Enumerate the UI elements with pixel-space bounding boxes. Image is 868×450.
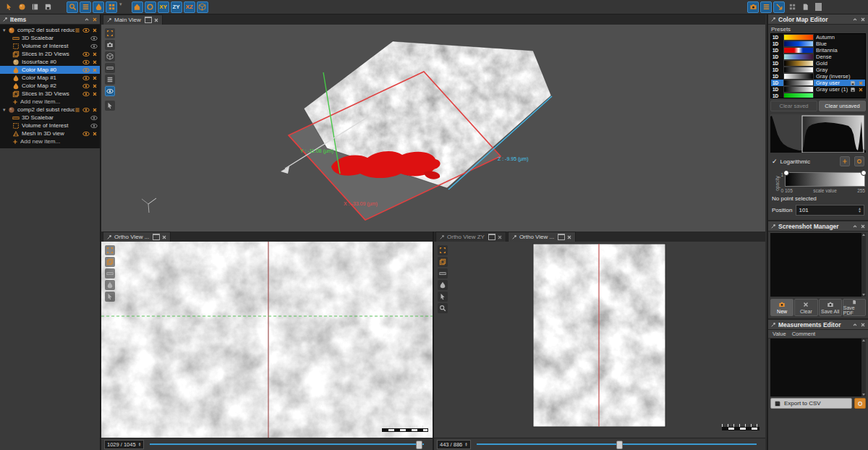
dataset-icon[interactable] [16,1,27,13]
blank-panel-icon[interactable] [812,1,824,13]
close-icon[interactable] [566,234,572,240]
spinner-arrows-icon[interactable]: ▲▼ [858,208,861,213]
control-point[interactable] [783,170,789,176]
dropdown-caret-icon[interactable]: ▾ [119,1,122,13]
view-cube-button[interactable] [197,1,208,13]
save-pdf-button[interactable]: Save PDF [843,299,866,316]
tree-item[interactable]: 3D Scalebar [0,34,100,42]
spinner-arrows-icon[interactable]: ▲▼ [464,442,467,446]
pointer-tool-icon[interactable] [3,1,14,13]
slice-slider[interactable] [150,443,424,445]
preset-row[interactable]: 1D Gray [771,67,865,73]
float-window-icon[interactable] [153,234,160,240]
tree-item[interactable]: Volume of Interest [0,122,100,130]
menu-icon[interactable] [75,107,80,113]
save-preset-icon[interactable] [850,87,856,93]
caret-down-icon[interactable]: ▾ [3,107,8,113]
pin-icon[interactable] [106,234,112,240]
collapse-icon[interactable] [852,17,858,22]
main-3d-viewport[interactable]: Y : -11.08 (µm) Z : -9.95 (µm) X : -33.0… [101,25,765,232]
comment-column-header[interactable]: Comment [792,331,816,337]
slice-slider[interactable] [477,443,757,445]
remove-icon[interactable] [92,131,98,137]
ortho-mid-active-tab[interactable]: Ortho View ... [508,232,576,242]
preset-row-selected[interactable]: 1D Gray user [771,80,865,86]
delete-preset-icon[interactable] [858,80,864,86]
document-icon[interactable] [799,1,811,13]
slider-handle[interactable] [616,441,623,449]
screenshot-list[interactable] [770,233,866,297]
clear-screenshots-button[interactable]: Clear [794,299,817,316]
float-window-icon[interactable] [145,17,152,23]
slices-tool-icon[interactable] [105,257,115,267]
visibility-eye-icon[interactable] [90,114,98,122]
remove-icon[interactable] [92,91,98,97]
control-point[interactable] [861,170,867,176]
remove-icon[interactable] [92,83,98,89]
pin-icon[interactable] [770,224,776,229]
add-new-item[interactable]: Add new item... [0,98,100,106]
slice-counter[interactable]: 1029 / 1045 ▲▼ [104,440,144,449]
clear-saved-button[interactable]: Clear saved [770,101,817,111]
visibility-eye-icon[interactable] [82,59,90,66]
pin-icon[interactable] [770,17,776,22]
slider-handle[interactable] [416,441,422,449]
save-all-button[interactable]: Save All [819,299,842,316]
clear-unsaved-button[interactable]: Clear unsaved [819,101,866,111]
home-view-button[interactable] [132,1,143,13]
tree-group[interactable]: ▾ comp2 del subst reduc ali... [0,26,100,34]
colormap-tool-icon[interactable] [93,1,104,13]
zoom-document-icon[interactable] [67,1,78,13]
tree-item[interactable]: 3D Scalebar [0,114,100,122]
float-window-icon[interactable] [558,234,565,240]
colormap-tool-icon[interactable] [105,280,115,290]
close-icon[interactable] [860,17,866,22]
main-view-tab[interactable]: Main View [103,14,163,25]
tree-item[interactable]: Color Map #1 [0,74,100,82]
visibility-eye-icon[interactable] [82,27,90,34]
menu-icon[interactable] [75,27,80,33]
remove-icon[interactable] [92,75,98,81]
new-screenshot-button[interactable]: New [770,299,793,316]
grid-window-icon[interactable] [106,1,117,13]
ruler-tool-icon[interactable] [105,63,115,73]
camera-tool-icon[interactable] [105,40,115,50]
close-icon[interactable] [153,17,159,23]
preset-row[interactable]: 1D Gray (inverse) [771,73,865,80]
measurements-list[interactable] [770,339,866,396]
visibility-eye-icon[interactable] [82,90,90,98]
magnifier-tool-icon[interactable] [438,303,448,313]
collapse-icon[interactable] [852,322,858,328]
cube-tool-icon[interactable] [105,51,115,61]
pin-icon[interactable] [439,234,445,240]
ortho-mid-viewport[interactable] [434,242,765,438]
visibility-eye-icon[interactable] [90,35,98,42]
orbit-view-button[interactable] [145,1,156,13]
preset-row[interactable]: 1D Britannia [771,47,865,54]
tree-item[interactable]: Isosurface #0 [0,58,100,66]
pattern-icon[interactable] [786,1,798,13]
tree-item[interactable]: Volume of Interest [0,42,100,50]
preset-row[interactable]: 1D Dense [771,54,865,60]
remove-icon[interactable] [92,107,98,113]
opacity-editor[interactable]: opacity 1 0 105 scale value 255 [768,168,868,193]
pointer-tool-icon[interactable] [105,292,115,302]
layers-tool-icon[interactable] [105,75,115,85]
visibility-eye-icon[interactable] [82,75,90,82]
gallery-icon[interactable] [760,1,772,13]
close-icon[interactable] [161,234,167,240]
remove-icon[interactable] [92,51,98,57]
preset-row[interactable]: 1D Blue [771,41,865,47]
preset-row[interactable]: 1D [771,93,865,98]
collapse-icon[interactable] [852,224,858,229]
reset-icon[interactable] [854,156,864,166]
tree-item-selected[interactable]: Color Map #0 [0,66,100,74]
colormap-tool-icon[interactable] [438,280,448,290]
add-new-item[interactable]: Add new item... [0,137,100,145]
view-xy-button[interactable]: XY [158,1,169,13]
ruler-tool-icon[interactable] [438,268,448,279]
pointer-tool-icon[interactable] [438,292,448,302]
visibility-eye-icon[interactable] [82,130,90,137]
visibility-eye-icon[interactable] [82,51,90,58]
slice-counter[interactable]: 443 / 886 ▲▼ [437,440,471,449]
